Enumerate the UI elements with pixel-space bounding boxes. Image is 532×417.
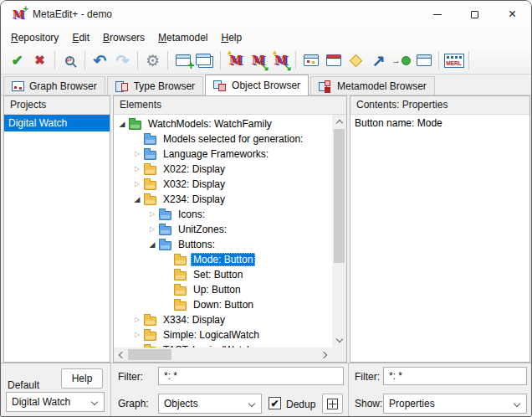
show-select[interactable]: Properties [383,394,527,414]
tree-expanded-icon[interactable] [146,237,159,252]
tree-item[interactable]: Simple: LogicalWatch [114,327,332,342]
find-button[interactable] [59,49,81,72]
scroll-right-button[interactable] [318,348,332,362]
folder-icon [159,226,171,235]
tree-collapsed-icon[interactable] [146,207,159,222]
new-open-graph-button[interactable]: M [269,49,292,72]
folder-icon [144,332,156,341]
menu-item-metamodel[interactable]: Metamodel [151,30,214,45]
undo-button[interactable] [89,49,111,72]
tree-item-label: Language Frameworks: [161,147,271,161]
scroll-left-button[interactable] [114,348,128,362]
tree-item-label: X032: Display [161,178,228,191]
tree-item[interactable]: Icons: [114,207,332,222]
tab-type-browser[interactable]: Type Browser [107,76,203,95]
clone-window-button[interactable] [194,49,217,72]
tree-item[interactable]: Mode: Button [114,252,332,267]
tree-collapsed-icon[interactable] [130,147,144,162]
projects-header: Projects [4,96,110,115]
tree-item[interactable]: Set: Button [114,267,332,282]
tree-item[interactable]: Buttons: [114,237,332,252]
dedup-checkbox[interactable] [269,397,281,409]
tree-item[interactable]: Language Frameworks: [114,147,332,162]
horizontal-scrollbar[interactable] [114,348,332,362]
tree-item[interactable]: X334: Display [114,312,332,327]
folder-icon [144,151,156,160]
tab-object-browser[interactable]: Object Browser [205,75,309,95]
toolbar-separator [54,51,55,70]
object-tool-button[interactable] [345,49,367,72]
contents-list: Button name: Mode [350,115,529,362]
cancel-button[interactable] [28,49,51,72]
vertical-scrollbar[interactable] [332,115,346,348]
menu-item-repository[interactable]: Repository [4,30,65,45]
contents-panel: Contents: Properties Button name: Mode [350,95,530,363]
graph-select[interactable]: Objects [158,394,262,414]
maximize-button[interactable] [456,1,494,28]
role-tool-button[interactable] [390,49,412,72]
tree-item[interactable]: Down: Button [114,297,332,312]
contents-list-item[interactable]: Button name: Mode [350,115,529,131]
app-icon: M+ [11,7,26,22]
tab-graph-browser[interactable]: Graph Browser [3,76,105,95]
confirm-button[interactable] [6,49,28,72]
minimize-icon [433,14,442,15]
tree-item[interactable]: X032: Display [114,177,332,192]
matrix-editor-button[interactable] [322,49,345,72]
settings-button[interactable] [141,49,164,72]
menu-item-help[interactable]: Help [214,30,248,45]
contents-filter-input[interactable] [383,367,527,385]
projects-list: Digital Watch [4,115,110,362]
tree-expanded-icon[interactable] [130,192,144,207]
tree-collapsed-icon[interactable] [130,162,144,177]
clone-window-icon [196,54,211,65]
tree-item-label: X022: Display [161,162,228,176]
tab-metamodel-browser[interactable]: Metamodel Browser [310,76,435,95]
diagram-editor-button[interactable] [299,49,322,72]
new-window-button[interactable] [171,49,194,72]
open-graph-button[interactable]: M [247,49,269,72]
help-button[interactable]: Help [61,368,103,389]
tree-collapsed-icon[interactable] [130,177,144,192]
tree-item-label: Models selected for generation: [161,132,305,146]
tree-collapsed-icon[interactable] [146,222,159,237]
tree-item[interactable]: WatchModels: WatchFamily [114,116,332,131]
scroll-down-button[interactable] [332,333,346,348]
toolbar-separator [167,51,168,70]
relationship-tool-button[interactable] [367,49,390,72]
folder-icon [159,241,171,250]
check-icon [11,52,23,70]
toolbar-separator [84,51,85,70]
vertical-scroll-thumb[interactable] [334,129,345,263]
tree-item-label: WatchModels: WatchFamily [146,117,274,131]
generator-editor-button[interactable]: MERL [442,49,465,72]
menu-item-browsers[interactable]: Browsers [96,30,151,45]
project-list-item[interactable]: Digital Watch [4,115,110,131]
redo-button[interactable] [111,49,134,72]
diagram-editor-icon [304,54,319,66]
gear-icon [146,51,160,70]
tree-item-label: Set: Button [191,268,245,281]
tree-item-label: X334: Display [161,313,228,327]
projects-panel: Projects Digital Watch [3,95,110,363]
new-graph-button[interactable]: M [224,49,247,72]
tree-expanded-icon[interactable] [115,116,129,131]
tree-item[interactable]: X022: Display [114,162,332,177]
project-select[interactable]: Digital Watch [6,392,105,412]
tree-collapsed-icon[interactable] [130,312,144,327]
tree-item[interactable]: Up: Button [114,282,332,297]
close-button[interactable]: × [494,1,531,28]
tree-item[interactable]: UnitZones: [114,222,332,237]
tree-collapsed-icon[interactable] [130,327,144,342]
tree-item[interactable]: Models selected for generation: [114,131,332,147]
elements-filter-input[interactable] [158,367,344,385]
pin-browser-button[interactable] [322,394,343,414]
show-label: Show: [355,398,382,409]
scroll-up-button[interactable] [332,115,346,129]
minimize-button[interactable] [418,1,456,28]
menu-item-edit[interactable]: Edit [65,30,96,45]
horizontal-scroll-thumb[interactable] [128,349,171,360]
tree-item[interactable]: X234: Display [114,192,332,207]
tree-item-label: Simple: LogicalWatch [161,328,262,342]
browser-window-button[interactable] [412,49,435,72]
